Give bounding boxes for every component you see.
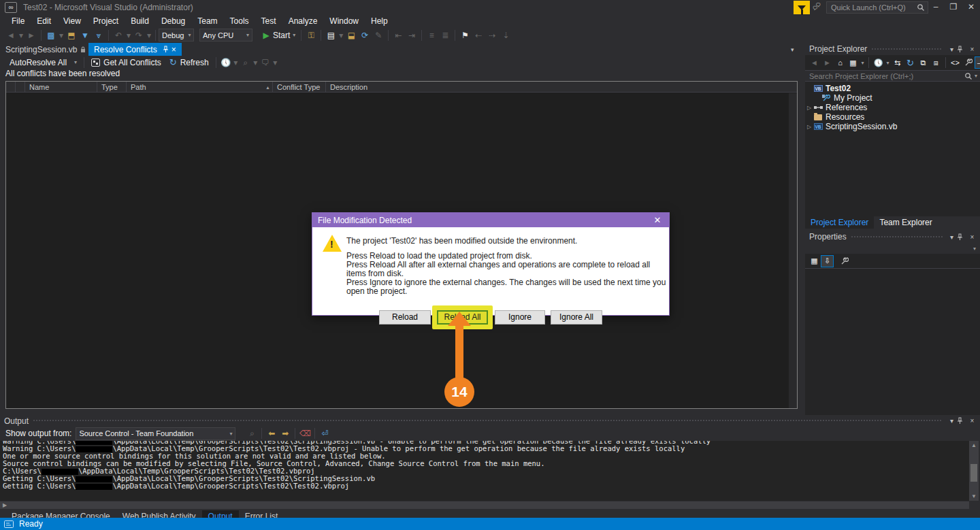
find-message-icon[interactable]: ⌕: [245, 427, 259, 440]
pe-switch-views-icon[interactable]: ▦: [847, 56, 860, 69]
solution-configuration-combo[interactable]: Debug▾: [159, 29, 194, 42]
expand-arrow-icon[interactable]: ▷: [805, 124, 813, 130]
outdent-lines-icon[interactable]: ≡: [425, 29, 438, 42]
pe-home-icon[interactable]: ⌂: [834, 56, 847, 69]
restore-button[interactable]: ❐: [945, 0, 962, 14]
menu-debug[interactable]: Debug: [155, 15, 191, 27]
undo-icon[interactable]: ↶: [112, 29, 125, 42]
dialog-close-icon[interactable]: ✕: [651, 215, 664, 225]
clear-all-output-icon[interactable]: ⌫: [298, 427, 312, 440]
new-project-icon[interactable]: ▩: [44, 29, 58, 42]
pe-pending-changes-icon[interactable]: 🕔: [872, 56, 885, 69]
pin-panel-icon[interactable]: [957, 417, 967, 425]
annotate-dropdown[interactable]: ▾: [272, 56, 278, 69]
ignore-button[interactable]: Ignore: [495, 310, 545, 325]
pin-panel-icon[interactable]: [957, 233, 967, 241]
project-explorer-search-input[interactable]: Search Project Explorer (Ctrl+;) ▾: [805, 70, 980, 82]
grid-header-type[interactable]: Type: [97, 82, 127, 93]
grid-vertical-scrollbar[interactable]: [789, 93, 797, 408]
pe-collapse-all-icon[interactable]: —: [975, 56, 980, 69]
pe-forward-icon[interactable]: ►: [821, 56, 834, 69]
start-debug-icon[interactable]: ▶: [259, 29, 273, 42]
pe-sync-icon[interactable]: ⇆: [891, 56, 904, 69]
pe-view-code-icon[interactable]: <>: [949, 56, 962, 69]
open-file-icon[interactable]: ⬒: [65, 29, 78, 42]
reload-button[interactable]: Reload: [379, 310, 431, 325]
solution-platform-combo[interactable]: Any CPU▾: [199, 29, 252, 42]
toggle-word-wrap-icon[interactable]: ⏎: [318, 427, 331, 440]
new-item-dropdown[interactable]: ▾: [338, 29, 344, 42]
decrease-indent-icon[interactable]: ⇤: [391, 29, 405, 42]
menu-build[interactable]: Build: [125, 15, 155, 27]
navigate-backward-dropdown[interactable]: ▾: [18, 29, 24, 42]
output-vertical-scrollbar[interactable]: ▲ ▼: [969, 441, 979, 501]
grid-header-path[interactable]: Path: [127, 82, 273, 93]
grid-header-description[interactable]: Description: [326, 82, 798, 93]
menu-file[interactable]: File: [5, 15, 31, 27]
attach-to-process-icon[interactable]: ⚿: [304, 29, 318, 42]
indent-lines-icon[interactable]: ≣: [438, 29, 452, 42]
ignore-all-button[interactable]: Ignore All: [551, 310, 602, 325]
close-tab-icon[interactable]: ×: [172, 45, 176, 54]
menu-project[interactable]: Project: [87, 15, 125, 27]
categorized-icon[interactable]: ▦: [808, 255, 821, 267]
comment-icon[interactable]: ✎: [372, 29, 385, 42]
undo-dropdown[interactable]: ▾: [125, 29, 132, 42]
menu-tools[interactable]: Tools: [224, 15, 255, 27]
alphabetical-sort-icon[interactable]: ⇩: [821, 255, 834, 267]
refresh-document-icon[interactable]: ⟳: [358, 29, 372, 42]
compare-icon[interactable]: ⌕: [239, 56, 252, 69]
window-position-dropdown-icon[interactable]: ▾: [947, 233, 957, 241]
navigate-forward-icon[interactable]: ►: [24, 29, 38, 42]
scroll-right-icon[interactable]: ▶: [0, 502, 10, 508]
history-dropdown[interactable]: ▾: [233, 56, 239, 69]
tree-item-resources[interactable]: Resources: [805, 112, 980, 122]
increase-indent-icon[interactable]: ⇥: [405, 29, 419, 42]
goto-next-message-icon[interactable]: ➡: [278, 427, 292, 440]
pin-tab-icon[interactable]: [163, 46, 169, 53]
menu-edit[interactable]: Edit: [31, 15, 57, 27]
window-position-dropdown-icon[interactable]: ▾: [947, 46, 957, 53]
save-icon[interactable]: ▼: [78, 29, 92, 42]
property-pages-icon[interactable]: [838, 255, 851, 267]
menu-window[interactable]: Window: [323, 15, 365, 27]
pe-pending-changes-dropdown[interactable]: ▾: [885, 56, 891, 69]
tab-scripting-session[interactable]: ScriptingSession.vb: [0, 43, 91, 56]
pin-panel-icon[interactable]: [957, 46, 967, 53]
tree-item-project[interactable]: VB Test02: [805, 84, 980, 93]
goto-previous-message-icon[interactable]: ⬅: [265, 427, 278, 440]
pe-collapse-icon[interactable]: ⧉: [917, 56, 930, 69]
tree-item-my-project[interactable]: My Project: [805, 93, 980, 103]
dialog-title-bar[interactable]: File Modification Detected ✕: [312, 213, 669, 227]
scrollbar-thumb[interactable]: [970, 464, 977, 482]
menu-analyze[interactable]: Analyze: [282, 15, 324, 27]
add-item-icon[interactable]: ⬓: [344, 29, 358, 42]
previous-bookmark-icon[interactable]: ⇠: [472, 29, 485, 42]
close-panel-icon[interactable]: ×: [967, 233, 977, 241]
new-item-icon[interactable]: ▤: [324, 29, 338, 42]
expand-arrow-icon[interactable]: ▷: [805, 105, 813, 111]
bookmark-icon[interactable]: ⚑: [458, 29, 472, 42]
navigate-backward-icon[interactable]: ◄: [4, 29, 18, 42]
pe-search-dropdown[interactable]: ▾: [975, 71, 977, 82]
minimize-button[interactable]: –: [927, 0, 945, 14]
document-list-dropdown-icon[interactable]: ▾: [788, 43, 797, 56]
pe-show-all-files-icon[interactable]: ⧈: [930, 56, 943, 69]
start-debug-label[interactable]: Start: [273, 31, 290, 40]
quick-launch-input[interactable]: Quick Launch (Ctrl+Q): [826, 1, 928, 14]
menu-test[interactable]: Test: [255, 15, 282, 27]
output-horizontal-scrollbar[interactable]: ▶: [0, 501, 969, 509]
compare-dropdown[interactable]: ▾: [252, 56, 259, 69]
close-button[interactable]: ✕: [962, 0, 980, 14]
feedback-icon[interactable]: 🗪: [813, 2, 821, 12]
notifications-icon[interactable]: [794, 1, 810, 14]
pe-switch-views-dropdown[interactable]: ▾: [860, 56, 866, 69]
save-all-icon[interactable]: ⩔: [92, 29, 105, 42]
output-source-combo[interactable]: Source Control - Team Foundation▾: [76, 427, 235, 440]
autoresolve-all-button[interactable]: AutoResolve All▾: [5, 56, 81, 69]
pe-refresh-icon[interactable]: ↻: [904, 56, 917, 69]
grid-header-name[interactable]: Name: [25, 82, 97, 93]
close-panel-icon[interactable]: ×: [967, 46, 977, 53]
scroll-down-icon[interactable]: ▼: [969, 493, 979, 499]
redo-icon[interactable]: ↷: [132, 29, 146, 42]
